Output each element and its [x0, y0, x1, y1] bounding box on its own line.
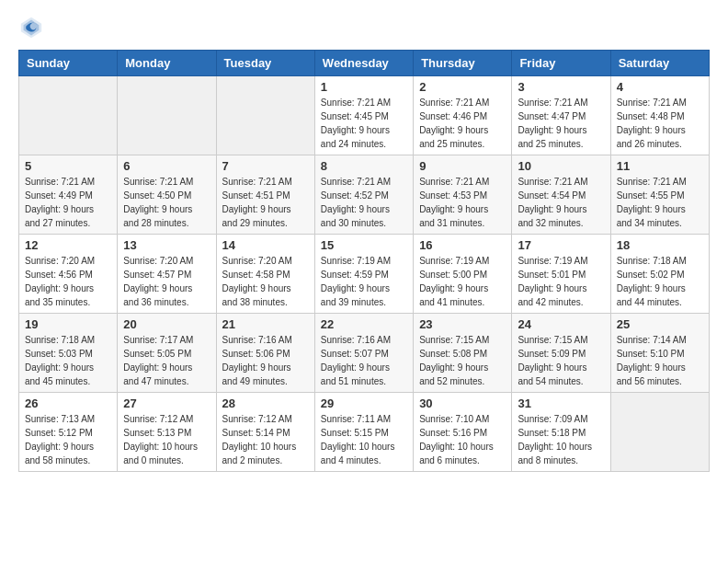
day-number: 31 — [518, 396, 604, 410]
day-info: Sunrise: 7:21 AM Sunset: 4:46 PM Dayligh… — [419, 96, 506, 151]
calendar-cell — [216, 76, 314, 155]
day-number: 30 — [419, 396, 506, 410]
day-info: Sunrise: 7:21 AM Sunset: 4:54 PM Dayligh… — [518, 175, 604, 230]
day-number: 4 — [617, 80, 703, 94]
day-number: 19 — [25, 317, 111, 331]
day-info: Sunrise: 7:20 AM Sunset: 4:57 PM Dayligh… — [123, 254, 210, 309]
day-info: Sunrise: 7:14 AM Sunset: 5:10 PM Dayligh… — [617, 333, 703, 388]
day-number: 9 — [419, 159, 506, 173]
calendar-cell: 29Sunrise: 7:11 AM Sunset: 5:15 PM Dayli… — [314, 393, 413, 472]
day-number: 18 — [617, 238, 703, 252]
day-number: 14 — [222, 238, 309, 252]
day-number: 1 — [321, 80, 407, 94]
page: SundayMondayTuesdayWednesdayThursdayFrid… — [0, 0, 728, 487]
calendar-cell: 6Sunrise: 7:21 AM Sunset: 4:50 PM Daylig… — [118, 155, 216, 235]
day-number: 29 — [321, 396, 407, 410]
calendar-cell: 30Sunrise: 7:10 AM Sunset: 5:16 PM Dayli… — [414, 393, 512, 472]
day-info: Sunrise: 7:10 AM Sunset: 5:16 PM Dayligh… — [419, 412, 506, 467]
calendar-cell: 13Sunrise: 7:20 AM Sunset: 4:57 PM Dayli… — [118, 235, 216, 314]
weekday-header-wednesday: Wednesday — [314, 51, 413, 76]
day-number: 24 — [518, 317, 604, 331]
day-info: Sunrise: 7:17 AM Sunset: 5:05 PM Dayligh… — [123, 333, 210, 388]
header — [18, 15, 710, 40]
calendar-cell: 18Sunrise: 7:18 AM Sunset: 5:02 PM Dayli… — [610, 235, 709, 314]
day-number: 23 — [419, 317, 506, 331]
calendar-cell: 5Sunrise: 7:21 AM Sunset: 4:49 PM Daylig… — [19, 155, 118, 235]
day-info: Sunrise: 7:15 AM Sunset: 5:09 PM Dayligh… — [518, 333, 604, 388]
day-info: Sunrise: 7:21 AM Sunset: 4:53 PM Dayligh… — [419, 175, 506, 230]
day-info: Sunrise: 7:15 AM Sunset: 5:08 PM Dayligh… — [419, 333, 506, 388]
day-number: 7 — [222, 159, 309, 173]
calendar-cell: 28Sunrise: 7:12 AM Sunset: 5:14 PM Dayli… — [216, 393, 314, 472]
calendar-cell: 10Sunrise: 7:21 AM Sunset: 4:54 PM Dayli… — [512, 155, 610, 235]
day-info: Sunrise: 7:21 AM Sunset: 4:47 PM Dayligh… — [518, 96, 604, 151]
day-number: 22 — [321, 317, 407, 331]
calendar-cell: 19Sunrise: 7:18 AM Sunset: 5:03 PM Dayli… — [19, 314, 118, 393]
day-info: Sunrise: 7:19 AM Sunset: 5:01 PM Dayligh… — [518, 254, 604, 309]
day-number: 6 — [123, 159, 210, 173]
calendar-cell: 27Sunrise: 7:12 AM Sunset: 5:13 PM Dayli… — [118, 393, 216, 472]
calendar-cell: 12Sunrise: 7:20 AM Sunset: 4:56 PM Dayli… — [19, 235, 118, 314]
calendar-header-row: SundayMondayTuesdayWednesdayThursdayFrid… — [19, 51, 710, 76]
day-number: 25 — [617, 317, 703, 331]
day-info: Sunrise: 7:21 AM Sunset: 4:51 PM Dayligh… — [222, 175, 309, 230]
calendar-cell: 17Sunrise: 7:19 AM Sunset: 5:01 PM Dayli… — [512, 235, 610, 314]
day-number: 8 — [321, 159, 407, 173]
calendar-cell: 26Sunrise: 7:13 AM Sunset: 5:12 PM Dayli… — [19, 393, 118, 472]
day-number: 15 — [321, 238, 407, 252]
day-info: Sunrise: 7:20 AM Sunset: 4:58 PM Dayligh… — [222, 254, 309, 309]
day-number: 2 — [419, 80, 506, 94]
weekday-header-monday: Monday — [118, 51, 216, 76]
calendar-cell: 23Sunrise: 7:15 AM Sunset: 5:08 PM Dayli… — [414, 314, 512, 393]
weekday-header-sunday: Sunday — [19, 51, 118, 76]
day-info: Sunrise: 7:11 AM Sunset: 5:15 PM Dayligh… — [321, 412, 407, 467]
logo — [18, 15, 48, 40]
day-number: 13 — [123, 238, 210, 252]
day-info: Sunrise: 7:21 AM Sunset: 4:45 PM Dayligh… — [321, 96, 407, 151]
calendar-cell: 24Sunrise: 7:15 AM Sunset: 5:09 PM Dayli… — [512, 314, 610, 393]
day-info: Sunrise: 7:18 AM Sunset: 5:03 PM Dayligh… — [25, 333, 111, 388]
calendar-cell: 22Sunrise: 7:16 AM Sunset: 5:07 PM Dayli… — [314, 314, 413, 393]
calendar-cell: 25Sunrise: 7:14 AM Sunset: 5:10 PM Dayli… — [610, 314, 709, 393]
calendar-cell — [610, 393, 709, 472]
day-number: 28 — [222, 396, 309, 410]
day-info: Sunrise: 7:20 AM Sunset: 4:56 PM Dayligh… — [25, 254, 111, 309]
calendar-cell: 4Sunrise: 7:21 AM Sunset: 4:48 PM Daylig… — [610, 76, 709, 155]
day-info: Sunrise: 7:12 AM Sunset: 5:13 PM Dayligh… — [123, 412, 210, 467]
day-number: 16 — [419, 238, 506, 252]
calendar-cell: 2Sunrise: 7:21 AM Sunset: 4:46 PM Daylig… — [414, 76, 512, 155]
calendar-cell: 15Sunrise: 7:19 AM Sunset: 4:59 PM Dayli… — [314, 235, 413, 314]
calendar-cell: 21Sunrise: 7:16 AM Sunset: 5:06 PM Dayli… — [216, 314, 314, 393]
day-info: Sunrise: 7:16 AM Sunset: 5:06 PM Dayligh… — [222, 333, 309, 388]
day-info: Sunrise: 7:13 AM Sunset: 5:12 PM Dayligh… — [25, 412, 111, 467]
calendar-week-row: 19Sunrise: 7:18 AM Sunset: 5:03 PM Dayli… — [19, 314, 710, 393]
day-info: Sunrise: 7:16 AM Sunset: 5:07 PM Dayligh… — [321, 333, 407, 388]
day-info: Sunrise: 7:21 AM Sunset: 4:49 PM Dayligh… — [25, 175, 111, 230]
day-number: 10 — [518, 159, 604, 173]
day-number: 17 — [518, 238, 604, 252]
day-number: 12 — [25, 238, 111, 252]
day-number: 11 — [617, 159, 703, 173]
day-info: Sunrise: 7:19 AM Sunset: 4:59 PM Dayligh… — [321, 254, 407, 309]
calendar-cell: 8Sunrise: 7:21 AM Sunset: 4:52 PM Daylig… — [314, 155, 413, 235]
calendar-cell: 14Sunrise: 7:20 AM Sunset: 4:58 PM Dayli… — [216, 235, 314, 314]
day-number: 3 — [518, 80, 604, 94]
calendar-cell — [118, 76, 216, 155]
calendar-table: SundayMondayTuesdayWednesdayThursdayFrid… — [18, 50, 710, 472]
calendar-cell: 9Sunrise: 7:21 AM Sunset: 4:53 PM Daylig… — [414, 155, 512, 235]
day-info: Sunrise: 7:21 AM Sunset: 4:52 PM Dayligh… — [321, 175, 407, 230]
calendar-cell: 7Sunrise: 7:21 AM Sunset: 4:51 PM Daylig… — [216, 155, 314, 235]
day-number: 5 — [25, 159, 111, 173]
weekday-header-thursday: Thursday — [414, 51, 512, 76]
calendar-week-row: 12Sunrise: 7:20 AM Sunset: 4:56 PM Dayli… — [19, 235, 710, 314]
calendar-cell: 31Sunrise: 7:09 AM Sunset: 5:18 PM Dayli… — [512, 393, 610, 472]
calendar-cell: 16Sunrise: 7:19 AM Sunset: 5:00 PM Dayli… — [414, 235, 512, 314]
day-info: Sunrise: 7:21 AM Sunset: 4:48 PM Dayligh… — [617, 96, 703, 151]
calendar-week-row: 26Sunrise: 7:13 AM Sunset: 5:12 PM Dayli… — [19, 393, 710, 472]
day-info: Sunrise: 7:19 AM Sunset: 5:00 PM Dayligh… — [419, 254, 506, 309]
calendar-cell: 3Sunrise: 7:21 AM Sunset: 4:47 PM Daylig… — [512, 76, 610, 155]
calendar-week-row: 5Sunrise: 7:21 AM Sunset: 4:49 PM Daylig… — [19, 155, 710, 235]
weekday-header-saturday: Saturday — [610, 51, 709, 76]
day-number: 26 — [25, 396, 111, 410]
day-number: 27 — [123, 396, 210, 410]
